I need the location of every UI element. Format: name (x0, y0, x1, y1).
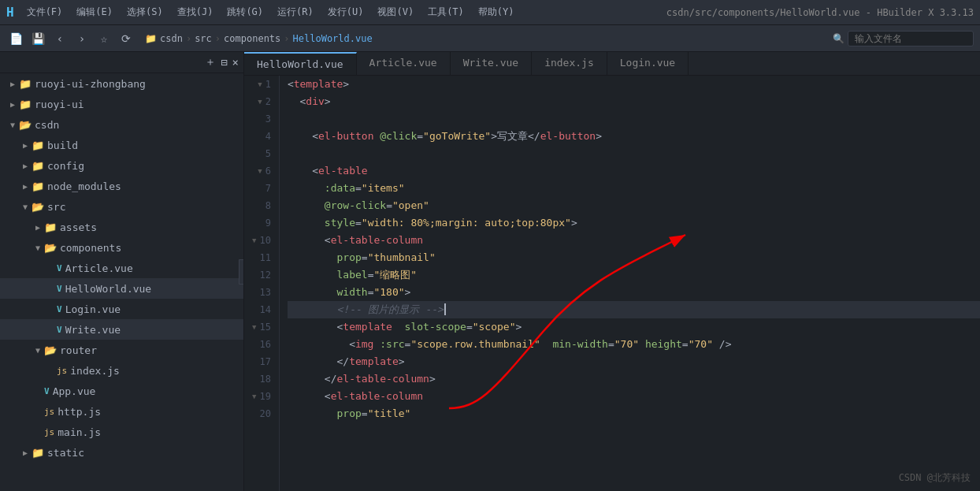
search-file-input[interactable] (848, 31, 974, 46)
code-line-14: <!-- 图片的显示 --> (288, 301, 980, 318)
tree-item-http-js[interactable]: ▶ js http.js (0, 401, 243, 422)
tree-item-assets[interactable]: ▶ 📁 assets (0, 217, 243, 237)
menu-tools[interactable]: 工具(T) (421, 4, 470, 20)
line-num-4: 4 (252, 128, 271, 145)
fold-arrow-1[interactable]: ▼ (258, 76, 262, 93)
code-line-16: <img :src="scope.row.thumbnail" min-widt… (288, 336, 980, 353)
menu-run[interactable]: 运行(R) (271, 4, 320, 20)
code-line-18: </el-table-column> (288, 370, 980, 388)
tree-item-ruoyi-ui[interactable]: ▶ 📁 ruoyi-ui (0, 94, 243, 114)
tree-item-node-modules[interactable]: ▶ 📁 node_modules (0, 176, 243, 196)
star-button[interactable]: ☆ (95, 29, 113, 48)
tree-arrow-assets: ▶ (32, 223, 44, 232)
sidebar-header: ＋ ⊟ × (0, 52, 243, 73)
breadcrumb-part-3[interactable]: components (224, 33, 280, 44)
line-num-6: ▼6 (252, 162, 271, 180)
tab-article-vue[interactable]: Article.vue (357, 52, 451, 75)
app-icon: H (6, 5, 14, 20)
fold-arrow-19[interactable]: ▼ (252, 388, 256, 405)
folder-icon: 📁 (32, 180, 44, 192)
breadcrumb-sep-1: › (186, 33, 191, 44)
breadcrumb-part-1[interactable]: csdn (160, 33, 183, 44)
folder-icon: 📁 (32, 160, 44, 172)
menu-jump[interactable]: 跳转(G) (221, 4, 269, 20)
menu-publish[interactable]: 发行(U) (321, 4, 370, 20)
sidebar-close-icon[interactable]: × (232, 56, 239, 69)
tree-item-components[interactable]: ▼ 📂 components (0, 237, 243, 258)
tree-item-src[interactable]: ▼ 📂 src (0, 196, 243, 217)
fold-arrow-2[interactable]: ▼ (258, 93, 262, 110)
tree-arrow-csdn: ▼ (6, 121, 19, 129)
tree-item-write-vue[interactable]: ▶ V Write.vue (0, 319, 243, 340)
breadcrumb-part-2[interactable]: src (195, 33, 212, 44)
fold-arrow-15[interactable]: ▼ (252, 318, 256, 336)
tree-label-csdn: csdn (35, 119, 59, 131)
tree-item-login-vue[interactable]: ▶ V Login.vue (0, 299, 243, 319)
fold-arrow-6[interactable]: ▼ (258, 162, 262, 180)
tree-item-static[interactable]: ▶ 📁 static (0, 442, 243, 463)
vue-file-icon: V (57, 284, 62, 294)
folder-icon: 📂 (44, 344, 57, 356)
menu-select[interactable]: 选择(S) (121, 4, 169, 20)
menu-find[interactable]: 查找(J) (171, 4, 220, 20)
tree-item-csdn[interactable]: ▼ 📂 csdn (0, 114, 243, 135)
tree-label-components: components (60, 242, 121, 254)
tree-arrow-src: ▼ (19, 203, 32, 211)
breadcrumb: 📁 csdn › src › components › HelloWorld.v… (145, 33, 830, 44)
folder-icon: 📁 (19, 78, 32, 90)
menu-bar: 文件(F) 编辑(E) 选择(S) 查找(J) 跳转(G) 运行(R) 发行(U… (20, 4, 666, 20)
tree-label-helloworld-vue: HelloWorld.vue (65, 283, 152, 295)
collapse-sidebar-button[interactable]: ‹ (239, 259, 244, 285)
tree-item-router-index-js[interactable]: ▶ js index.js (0, 360, 243, 381)
code-line-8: @row-click="open" (288, 197, 980, 214)
tree-item-router[interactable]: ▼ 📂 router (0, 340, 243, 360)
tree-arrow-ruoyi-zhongbang: ▶ (6, 80, 19, 88)
tree-item-main-js[interactable]: ▶ js main.js (0, 422, 243, 442)
vue-file-icon: V (44, 386, 50, 396)
breadcrumb-part-4[interactable]: HelloWorld.vue (293, 33, 373, 44)
save-button[interactable]: 💾 (28, 29, 47, 48)
tree-item-helloworld-vue[interactable]: ▶ V HelloWorld.vue (0, 278, 243, 299)
tree-label-login-vue: Login.vue (65, 303, 121, 315)
js-file-icon: js (44, 427, 54, 437)
tab-helloworld-vue[interactable]: HelloWorld.vue (244, 52, 357, 75)
breadcrumb-sep-2: › (215, 33, 221, 44)
folder-icon: 📁 (19, 99, 32, 110)
tree-arrow-ruoyi-ui: ▶ (6, 100, 19, 109)
tree-item-article-vue[interactable]: ▶ V Article.vue (0, 258, 243, 278)
fold-arrow-10[interactable]: ▼ (252, 232, 256, 249)
tree-label-node-modules: node_modules (47, 180, 121, 192)
refresh-button[interactable]: ⟳ (117, 29, 135, 48)
tree-item-app-vue[interactable]: ▶ V App.vue (0, 381, 243, 401)
sidebar-add-icon[interactable]: ＋ (205, 55, 216, 69)
tab-write-vue[interactable]: Write.vue (451, 52, 532, 75)
title-bar: H 文件(F) 编辑(E) 选择(S) 查找(J) 跳转(G) 运行(R) 发行… (0, 0, 980, 25)
menu-edit[interactable]: 编辑(E) (70, 4, 119, 20)
tab-index-js[interactable]: index.js (532, 52, 607, 75)
forward-button[interactable]: › (72, 29, 91, 48)
code-content: <template> <div> <el-button @click="goTo… (280, 76, 980, 491)
tree-item-config[interactable]: ▶ 📁 config (0, 155, 243, 176)
breadcrumb-sep-3: › (284, 33, 289, 44)
vue-file-icon: V (57, 304, 62, 314)
menu-help[interactable]: 帮助(Y) (472, 4, 521, 20)
line-num-3: 3 (252, 110, 271, 128)
tree-item-ruoyi-ui-zhongbang[interactable]: ▶ 📁 ruoyi-ui-zhongbang (0, 73, 243, 94)
code-editor[interactable]: ▼1 ▼2 3 4 5 ▼6 7 8 9 ▼10 11 12 13 14 ▼15… (244, 76, 980, 491)
menu-file[interactable]: 文件(F) (20, 4, 69, 20)
vue-file-icon: V (57, 325, 62, 335)
folder-icon: 📂 (44, 242, 57, 254)
tab-login-vue[interactable]: Login.vue (607, 52, 689, 75)
tree-label-static: static (47, 447, 84, 459)
sidebar-layout-icon[interactable]: ⊟ (221, 56, 227, 69)
menu-view[interactable]: 视图(V) (371, 4, 420, 20)
code-line-1: <template> (288, 76, 980, 93)
line-num-19: ▼19 (252, 388, 271, 405)
new-file-button[interactable]: 📄 (6, 29, 25, 48)
tree-item-build[interactable]: ▶ 📁 build (0, 135, 243, 155)
tree-label-app-vue: App.vue (53, 385, 96, 397)
code-line-19: <el-table-column (288, 388, 980, 405)
tree-label-build: build (47, 139, 78, 151)
file-tree-sidebar: ＋ ⊟ × ▶ 📁 ruoyi-ui-zhongbang ▶ 📁 ruoyi-u… (0, 52, 244, 491)
back-button[interactable]: ‹ (50, 29, 69, 48)
